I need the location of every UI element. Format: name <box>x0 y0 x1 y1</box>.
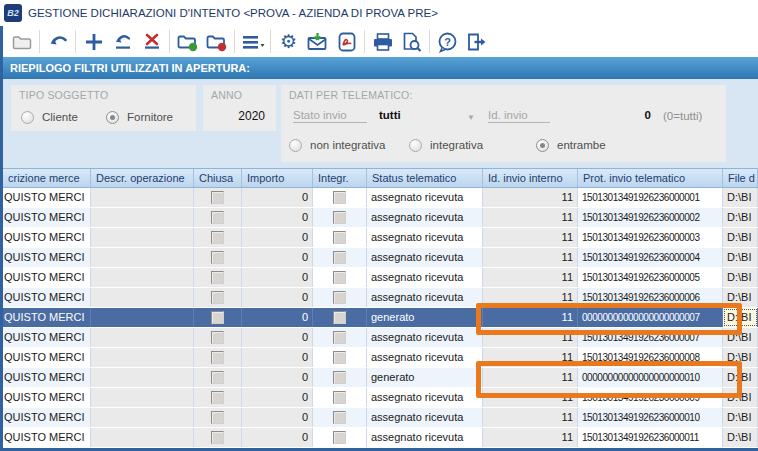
cell-descr-operazione[interactable] <box>91 368 194 387</box>
cell-descrizione-merce[interactable]: QUISTO MERCI <box>3 428 91 447</box>
cell-importo[interactable]: 0 <box>242 228 313 247</box>
cell-descrizione-merce[interactable]: QUISTO MERCI <box>3 248 91 267</box>
cell-importo[interactable]: 0 <box>242 408 313 427</box>
cell-descr-operazione[interactable] <box>91 228 194 247</box>
cell-chiusa[interactable] <box>194 308 242 327</box>
column-header-7[interactable]: Prot. invio telematico <box>578 169 723 187</box>
cell-prot-invio-telematico[interactable]: 15013013491926236000006 <box>578 288 723 307</box>
cell-id-invio-interno[interactable]: 11 <box>483 388 578 407</box>
cell-descrizione-merce[interactable]: QUISTO MERCI <box>3 408 91 427</box>
cell-prot-invio-telematico[interactable]: 00000000000000000000007 <box>578 308 723 327</box>
cell-integr[interactable] <box>313 408 367 427</box>
radio-option-integrativa[interactable]: integrativa <box>409 137 483 153</box>
integr-checkbox[interactable] <box>333 411 346 424</box>
cell-file[interactable]: D:\BI <box>723 248 758 267</box>
column-header-6[interactable]: Id. invio interno <box>483 169 578 187</box>
add-icon[interactable] <box>79 28 108 55</box>
help-icon[interactable]: ? <box>433 28 462 55</box>
cell-status-telematico[interactable]: assegnato ricevuta <box>367 388 483 407</box>
cell-status-telematico[interactable]: assegnato ricevuta <box>367 408 483 427</box>
cell-descr-operazione[interactable] <box>91 268 194 287</box>
print-icon[interactable] <box>368 28 397 55</box>
cell-file[interactable]: D:\BI <box>723 368 758 387</box>
column-header-2[interactable]: Chiusa <box>194 169 242 187</box>
cell-descr-operazione[interactable] <box>91 208 194 227</box>
cell-prot-invio-telematico[interactable]: 15013013491926236000005 <box>578 268 723 287</box>
cell-chiusa[interactable] <box>194 368 242 387</box>
chiusa-checkbox[interactable] <box>211 411 224 424</box>
cell-descrizione-merce[interactable]: QUISTO MERCI <box>3 228 91 247</box>
cell-chiusa[interactable] <box>194 208 242 227</box>
cell-integr[interactable] <box>313 248 367 267</box>
cell-importo[interactable]: 0 <box>242 328 313 347</box>
cell-descrizione-merce[interactable]: QUISTO MERCI <box>3 348 91 367</box>
cell-id-invio-interno[interactable]: 11 <box>483 188 578 207</box>
export-folder-icon[interactable] <box>202 28 231 55</box>
cell-integr[interactable] <box>313 308 367 327</box>
table-row[interactable]: QUISTO MERCI0assegnato ricevuta111501301… <box>3 248 758 268</box>
cell-descr-operazione[interactable] <box>91 288 194 307</box>
cell-status-telematico[interactable]: generato <box>367 308 483 327</box>
cell-chiusa[interactable] <box>194 428 242 447</box>
integr-checkbox[interactable] <box>333 331 346 344</box>
radio-option-cliente[interactable]: Cliente <box>21 109 78 125</box>
integr-checkbox[interactable] <box>333 311 346 324</box>
cell-id-invio-interno[interactable]: 11 <box>483 268 578 287</box>
cell-id-invio-interno[interactable]: 11 <box>483 348 578 367</box>
cell-descrizione-merce[interactable]: QUISTO MERCI <box>3 368 91 387</box>
radio-button-icon[interactable] <box>289 139 302 152</box>
cell-status-telematico[interactable]: assegnato ricevuta <box>367 328 483 347</box>
radio-button-icon[interactable] <box>536 139 549 152</box>
integr-checkbox[interactable] <box>333 391 346 404</box>
cell-integr[interactable] <box>313 228 367 247</box>
cell-descr-operazione[interactable] <box>91 188 194 207</box>
cell-file[interactable]: D:\BI <box>723 188 758 207</box>
cell-chiusa[interactable] <box>194 348 242 367</box>
cell-id-invio-interno[interactable]: 11 <box>483 228 578 247</box>
chiusa-checkbox[interactable] <box>211 191 224 204</box>
cell-file[interactable]: D:\BI <box>723 308 758 327</box>
cell-integr[interactable] <box>313 428 367 447</box>
cell-file[interactable]: D:\BI <box>723 408 758 427</box>
cell-file[interactable]: D:\BI <box>723 228 758 247</box>
chiusa-checkbox[interactable] <box>211 251 224 264</box>
cell-descr-operazione[interactable] <box>91 248 194 267</box>
cell-prot-invio-telematico[interactable]: 15013013491926236000011 <box>578 428 723 447</box>
cell-descr-operazione[interactable] <box>91 408 194 427</box>
chiusa-checkbox[interactable] <box>211 391 224 404</box>
column-header-8[interactable]: File d <box>723 169 758 187</box>
cell-chiusa[interactable] <box>194 388 242 407</box>
cell-integr[interactable] <box>313 268 367 287</box>
table-row[interactable]: QUISTO MERCI0generato1100000000000000000… <box>3 368 758 388</box>
cell-descrizione-merce[interactable]: QUISTO MERCI <box>3 308 91 327</box>
cell-chiusa[interactable] <box>194 408 242 427</box>
table-row[interactable]: QUISTO MERCI0assegnato ricevuta111501301… <box>3 388 758 408</box>
table-row[interactable]: QUISTO MERCI0assegnato ricevuta111501301… <box>3 228 758 248</box>
cell-file[interactable]: D:\BI <box>723 268 758 287</box>
cell-chiusa[interactable] <box>194 268 242 287</box>
cell-integr[interactable] <box>313 368 367 387</box>
cell-prot-invio-telematico[interactable]: 15013013491926236000010 <box>578 408 723 427</box>
cell-importo[interactable]: 0 <box>242 348 313 367</box>
chiusa-checkbox[interactable] <box>211 231 224 244</box>
cell-importo[interactable]: 0 <box>242 188 313 207</box>
cell-id-invio-interno[interactable]: 11 <box>483 408 578 427</box>
table-row[interactable]: QUISTO MERCI0assegnato ricevuta111501301… <box>3 268 758 288</box>
cell-descr-operazione[interactable] <box>91 328 194 347</box>
cell-file[interactable]: D:\BI <box>723 288 758 307</box>
delete-icon[interactable] <box>137 28 166 55</box>
column-header-0[interactable]: crizione merce <box>3 169 91 187</box>
cell-file[interactable]: D:\BI <box>723 388 758 407</box>
cell-importo[interactable]: 0 <box>242 248 313 267</box>
cell-chiusa[interactable] <box>194 288 242 307</box>
cell-status-telematico[interactable]: generato <box>367 368 483 387</box>
chiusa-checkbox[interactable] <box>211 431 224 444</box>
cell-chiusa[interactable] <box>194 248 242 267</box>
undo-icon[interactable] <box>43 28 72 55</box>
cell-integr[interactable] <box>313 188 367 207</box>
receive-mail-icon[interactable] <box>303 28 332 55</box>
radio-option-non-integrativa[interactable]: non integrativa <box>289 137 385 153</box>
chiusa-checkbox[interactable] <box>211 271 224 284</box>
chiusa-checkbox[interactable] <box>211 311 224 324</box>
cell-id-invio-interno[interactable]: 11 <box>483 428 578 447</box>
